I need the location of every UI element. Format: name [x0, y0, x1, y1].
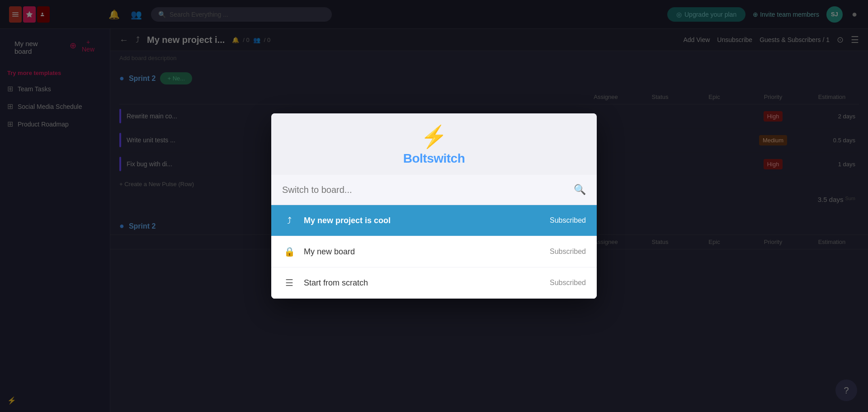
board-item-name-2: My new board — [304, 247, 542, 257]
switch-board-input[interactable] — [282, 185, 568, 195]
brand-name: Boltswitch — [403, 151, 465, 166]
modal-search-icon: 🔍 — [574, 184, 586, 196]
lock-icon-item-2: 🔒 — [282, 244, 297, 259]
board-list-item-2[interactable]: 🔒 My new board Subscribed — [271, 236, 597, 267]
board-item-subscribed-3: Subscribed — [550, 279, 586, 287]
board-item-name-1: My new project is cool — [304, 216, 542, 225]
board-list-item-3[interactable]: ☰ Start from scratch Subscribed — [271, 267, 597, 299]
modal-search-area: 🔍 — [271, 175, 597, 205]
switch-board-modal: ⚡ Boltswitch 🔍 ⤴ My new project is cool … — [271, 113, 597, 299]
modal-overlay: ⚡ Boltswitch 🔍 ⤴ My new project is cool … — [0, 0, 868, 412]
board-item-subscribed-2: Subscribed — [550, 248, 586, 256]
board-item-name-3: Start from scratch — [304, 278, 542, 288]
menu-icon-item-3: ☰ — [282, 276, 297, 290]
board-list: ⤴ My new project is cool Subscribed 🔒 My… — [271, 205, 597, 299]
board-list-item-1[interactable]: ⤴ My new project is cool Subscribed — [271, 205, 597, 236]
bolt-icon: ⚡ — [420, 126, 448, 148]
modal-brand: ⚡ Boltswitch — [271, 113, 597, 175]
share-icon-item-1: ⤴ — [282, 213, 297, 228]
board-item-subscribed-1: Subscribed — [550, 216, 586, 225]
